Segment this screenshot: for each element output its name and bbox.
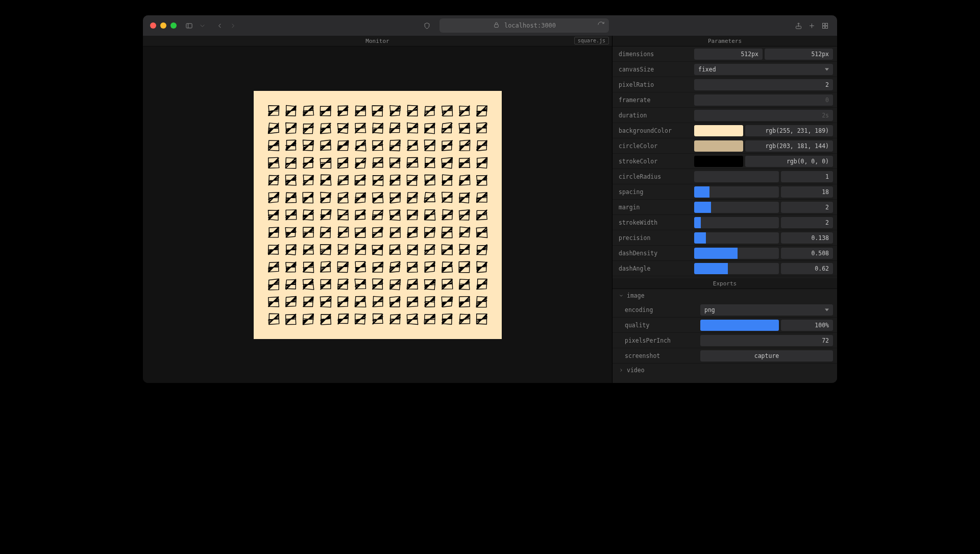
parameter-rows: dimensions512px512pxcanvasSizefixedpixel… <box>612 46 837 276</box>
param-input-circleColor[interactable]: rgb(203, 181, 144) <box>745 140 833 152</box>
grid-cell <box>423 260 436 274</box>
param-slider-precision[interactable] <box>694 232 779 244</box>
param-input-circleRadius[interactable]: 1 <box>781 171 833 182</box>
grid-cell <box>475 226 488 239</box>
param-slider-dashDensity[interactable] <box>694 248 779 259</box>
param-label-dimensions: dimensions <box>619 51 690 58</box>
param-swatch-strokeColor[interactable] <box>694 156 743 167</box>
param-input-strokeColor[interactable]: rgb(0, 0, 0) <box>745 156 833 167</box>
grid-cell <box>440 104 454 117</box>
param-row-strokeWidth: strokeWidth2 <box>612 215 837 230</box>
grid-cell <box>319 191 332 204</box>
grid-cell <box>267 312 280 326</box>
param-slider-strokeWidth[interactable] <box>694 217 779 228</box>
shield-icon[interactable] <box>422 20 432 31</box>
param-input-pixelsPerInch[interactable]: 72 <box>700 335 833 346</box>
back-button[interactable] <box>214 20 225 31</box>
grid-cell <box>475 295 488 308</box>
param-input-framerate[interactable]: 0 <box>694 94 833 106</box>
param-input-margin[interactable]: 2 <box>781 202 833 213</box>
param-input-quality[interactable]: 100% <box>781 320 833 331</box>
param-input-strokeWidth[interactable]: 2 <box>781 217 833 228</box>
grid-cell <box>458 295 471 308</box>
sidebar-toggle-icon[interactable] <box>184 20 194 31</box>
grid-cell <box>423 104 436 117</box>
param-label-circleColor: circleColor <box>619 142 690 150</box>
refresh-icon[interactable] <box>597 21 605 30</box>
param-swatch-backgroundColor[interactable] <box>694 125 743 136</box>
tab-overview-icon[interactable] <box>820 20 830 31</box>
chevron-right-icon <box>619 368 624 373</box>
minimize-window-button[interactable] <box>160 22 166 29</box>
grid-cell <box>336 243 350 256</box>
grid-cell <box>267 278 280 291</box>
grid-cell <box>388 139 402 152</box>
param-input-spacing[interactable]: 18 <box>781 186 833 198</box>
share-icon[interactable] <box>793 20 803 31</box>
grid-cell <box>302 295 315 308</box>
new-tab-icon[interactable] <box>806 20 817 31</box>
param-input-precision[interactable]: 0.138 <box>781 232 833 244</box>
param-row-dashDensity: dashDensity0.508 <box>612 246 837 261</box>
export-group-image[interactable]: image <box>612 289 837 302</box>
param-slider-dashAngle[interactable] <box>694 263 779 274</box>
grid-cell <box>371 312 384 326</box>
app-body: Monitor square.js Parameters dimensions5… <box>143 36 837 383</box>
grid-cell <box>440 278 454 291</box>
param-slider-margin[interactable] <box>694 202 779 213</box>
grid-cell <box>354 139 367 152</box>
grid-cell <box>440 156 454 170</box>
grid-cell <box>371 260 384 274</box>
grid-cell <box>319 260 332 274</box>
export-group-video[interactable]: video <box>612 364 837 377</box>
param-select-canvasSize[interactable]: fixed <box>694 64 833 75</box>
export-rows: imageencodingpngquality100%pixelsPerInch… <box>612 289 837 377</box>
grid-cell <box>336 278 350 291</box>
param-input-dimensions-1[interactable]: 512px <box>765 49 833 60</box>
param-input-dashAngle[interactable]: 0.62 <box>781 263 833 274</box>
grid-cell <box>354 260 367 274</box>
svg-rect-6 <box>822 23 824 25</box>
grid-cell <box>284 312 298 326</box>
param-label-strokeWidth: strokeWidth <box>619 219 690 226</box>
url-bar[interactable]: localhost:3000 <box>439 18 609 33</box>
param-slider-quality[interactable] <box>700 320 779 331</box>
chevron-down-icon[interactable] <box>197 20 207 31</box>
grid-cell <box>406 156 419 170</box>
grid-cell <box>284 191 298 204</box>
grid-cell <box>423 243 436 256</box>
param-row-margin: margin2 <box>612 200 837 215</box>
grid-cell <box>371 191 384 204</box>
grid-cell <box>371 278 384 291</box>
param-button-screenshot[interactable]: capture <box>700 350 833 362</box>
param-input-backgroundColor[interactable]: rgb(255, 231, 189) <box>745 125 833 136</box>
grid-cell <box>388 312 402 326</box>
canvas-area <box>143 46 612 383</box>
svg-rect-8 <box>822 26 824 28</box>
grid-cell <box>406 312 419 326</box>
param-input-duration[interactable]: 2s <box>694 110 833 121</box>
monitor-header: Monitor square.js <box>143 36 612 46</box>
zoom-window-button[interactable] <box>170 22 177 29</box>
param-swatch-circleColor[interactable] <box>694 140 743 152</box>
grid-cell <box>406 191 419 204</box>
param-slider-circleRadius[interactable] <box>694 171 779 182</box>
close-window-button[interactable] <box>150 22 156 29</box>
param-input-pixelRatio[interactable]: 2 <box>694 79 833 90</box>
param-slider-spacing[interactable] <box>694 186 779 198</box>
param-input-dimensions-0[interactable]: 512px <box>694 49 763 60</box>
param-row-screenshot: screenshotcapture <box>612 348 837 364</box>
grid-cell <box>458 243 471 256</box>
grid-cell <box>388 295 402 308</box>
param-select-encoding[interactable]: png <box>700 304 833 316</box>
grid-cell <box>388 226 402 239</box>
parameters-title: Parameters <box>708 38 742 44</box>
forward-button[interactable] <box>228 20 238 31</box>
param-row-circleColor: circleColorrgb(203, 181, 144) <box>612 138 837 154</box>
grid-cell <box>336 191 350 204</box>
grid-cell <box>284 260 298 274</box>
grid-cell <box>319 156 332 170</box>
grid-cell <box>354 243 367 256</box>
grid-cell <box>371 243 384 256</box>
param-input-dashDensity[interactable]: 0.508 <box>781 248 833 259</box>
